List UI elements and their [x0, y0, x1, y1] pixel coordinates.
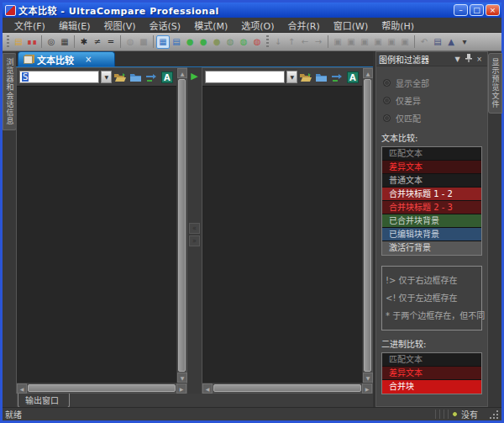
filter-show-all[interactable]: 显示全部 — [383, 77, 480, 89]
upload-icon[interactable]: ▲ — [444, 35, 458, 49]
recent-sessions-icon[interactable]: ∎∎ — [25, 35, 39, 49]
right-browse-folder-icon[interactable] — [315, 71, 328, 84]
left-compare-pane: S ▼ A — [16, 67, 187, 394]
left-combobox-dropdown-icon[interactable]: ▼ — [101, 71, 112, 83]
undo-icon: ↶ — [417, 35, 431, 49]
web-green-icon[interactable]: ◍ — [237, 35, 250, 49]
maximize-button[interactable]: □ — [470, 4, 484, 16]
right-combobox-dropdown-icon[interactable]: ▼ — [286, 71, 297, 83]
session-3-icon[interactable]: ● — [210, 35, 223, 49]
panel-menu-icon[interactable]: ▼ — [452, 56, 463, 63]
left-swap-icon[interactable] — [144, 71, 158, 84]
menu-item-options[interactable]: 选项(O) — [234, 18, 281, 33]
pin-icon[interactable] — [463, 54, 474, 64]
right-font-icon[interactable]: A — [346, 71, 360, 84]
folder-icon — [316, 72, 328, 82]
filter-differences-only[interactable]: 仅差异 — [383, 94, 480, 107]
right-swap-icon[interactable] — [330, 71, 344, 84]
scroll-right-icon[interactable]: ▶ — [362, 383, 372, 394]
session-1-icon[interactable]: ● — [183, 35, 197, 49]
session-area: 文本比较 × S ▼ — [16, 51, 373, 407]
show-matching-icon[interactable]: = — [104, 35, 118, 49]
menu-item-window[interactable]: 窗口(W) — [327, 18, 375, 33]
compare-panes: S ▼ A — [16, 67, 373, 394]
note-left-frame-only: <! 仅于左边框存在 — [386, 289, 478, 307]
web-red-icon[interactable]: ◍ — [250, 35, 264, 49]
menu-item-merge[interactable]: 合并(R) — [281, 18, 326, 33]
vertical-scroll-thumb[interactable] — [178, 79, 186, 372]
legend-item-matching-text: 匹配文本 — [382, 147, 481, 161]
web-sync-icon[interactable]: ◍ — [223, 35, 237, 49]
left-diff-icon: ← — [298, 35, 312, 49]
horizontal-scroll-thumb[interactable] — [28, 384, 176, 392]
toolbar-grip[interactable] — [7, 35, 9, 48]
output-window-tab[interactable]: 输出窗口 — [18, 394, 70, 408]
show-all-icon[interactable]: ✱ — [77, 35, 91, 49]
font-a-icon: A — [161, 71, 173, 83]
preview-files-panel-tab[interactable]: 显示预览文件 — [488, 53, 502, 114]
right-horizontal-scrollbar[interactable]: ◀ ▶ — [202, 383, 372, 393]
show-differences-icon[interactable]: ≠ — [91, 35, 104, 49]
toolbar-grip[interactable] — [266, 35, 269, 48]
explorer-session-panel-tab[interactable]: 浏览器和会话信息 — [3, 53, 17, 130]
document-icon — [24, 56, 33, 64]
filter-label: 显示全部 — [396, 77, 429, 89]
menu-item-mode[interactable]: 模式(M) — [187, 18, 234, 33]
new-session-icon[interactable]: ▤ — [12, 35, 25, 49]
horizontal-scroll-thumb[interactable] — [213, 384, 361, 392]
merge-to-left-icon: « — [189, 223, 200, 234]
left-open-file-icon[interactable] — [113, 71, 127, 84]
scroll-down-icon[interactable]: ▼ — [177, 373, 187, 383]
left-pane-content[interactable] — [17, 86, 176, 383]
menu-item-help[interactable]: 帮助(H) — [375, 18, 421, 33]
menu-item-session[interactable]: 会话(S) — [143, 18, 188, 33]
edit-mode-icon[interactable]: ▤ — [431, 35, 444, 49]
left-horizontal-scrollbar[interactable]: ◀ ▶ — [17, 383, 186, 393]
refresh-icon: ◍ — [123, 35, 137, 49]
merge-all-left-icon: ▣ — [358, 35, 371, 49]
legend-item-merge-block-1-2: 合并块标题 1 - 2 — [382, 188, 481, 201]
right-pane-content[interactable] — [202, 86, 362, 383]
scroll-right-icon[interactable]: ▶ — [176, 383, 186, 394]
text-legend-box: 匹配文本 差异文本 普通文本 合并块标题 1 - 2 合并块标题 2 - 3 已… — [381, 146, 482, 256]
layout-grid-icon[interactable]: ▦ — [156, 35, 170, 49]
scroll-up-icon[interactable]: ▲ — [363, 68, 373, 78]
session-2-icon[interactable]: ● — [197, 35, 210, 49]
merge-all-right-icon: ▣ — [371, 35, 385, 49]
tab-close-icon[interactable]: × — [85, 55, 92, 64]
left-vertical-scrollbar[interactable]: ▲ ▼ — [176, 68, 186, 383]
legend-item-binary-matching: 匹配文本 — [382, 353, 481, 367]
panel-close-icon[interactable]: × — [474, 56, 485, 63]
print-icon[interactable]: ▦ — [58, 35, 71, 49]
right-file-combobox[interactable] — [205, 71, 285, 83]
left-font-icon[interactable]: A — [160, 71, 174, 84]
scroll-left-icon[interactable]: ◀ — [17, 383, 27, 394]
legend-item-merged-block-bg: 已合并块背景 — [382, 214, 481, 228]
start-compare-icon[interactable]: ▶ — [191, 71, 197, 82]
close-button[interactable]: × — [486, 4, 500, 16]
minimize-button[interactable]: – — [454, 4, 468, 16]
right-vertical-scrollbar[interactable]: ▲ ▼ — [362, 68, 372, 383]
prev-diff-icon: ↑ — [285, 35, 298, 49]
scroll-down-icon[interactable]: ▼ — [363, 373, 373, 383]
find-icon[interactable]: ◎ — [45, 35, 58, 49]
left-browse-folder-icon[interactable] — [129, 71, 143, 84]
layout-split-icon[interactable]: ▤ — [170, 35, 183, 49]
legend-item-binary-merge-block: 合并块 — [382, 380, 481, 394]
filter-matching-only[interactable]: 仅匹配 — [383, 112, 480, 124]
radio-icon — [383, 79, 391, 87]
right-open-file-icon[interactable] — [299, 71, 312, 84]
vertical-scroll-thumb[interactable] — [364, 79, 371, 372]
menu-item-view[interactable]: 视图(V) — [97, 18, 142, 33]
session-tab-text-compare[interactable]: 文本比较 × — [18, 51, 115, 66]
scroll-left-icon[interactable]: ◀ — [202, 383, 213, 394]
left-file-combobox[interactable]: S — [19, 71, 99, 83]
legend-item-active-line-bg: 激活行背景 — [382, 241, 481, 255]
status-separator — [448, 410, 449, 419]
resize-grip[interactable] — [490, 410, 499, 419]
menu-item-file[interactable]: 文件(F) — [8, 18, 52, 33]
toolbar-overflow-icon[interactable]: ▾ — [458, 35, 471, 49]
scroll-up-icon[interactable]: ▲ — [177, 68, 187, 78]
menu-item-edit[interactable]: 编辑(E) — [52, 18, 97, 33]
window-title: 文本比较 - UltraCompare Professional — [18, 3, 219, 17]
